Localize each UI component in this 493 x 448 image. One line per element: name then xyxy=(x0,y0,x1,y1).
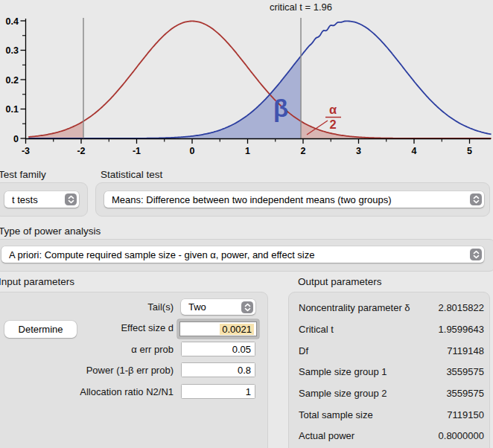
popup-stepper-icon xyxy=(470,249,482,260)
shaded-areas xyxy=(28,57,492,138)
test-family-label: Test family xyxy=(0,169,46,180)
input-value-tails: Two xyxy=(188,301,241,313)
input-label-allocation-ratio: Allocation ratio N2/N1 xyxy=(0,386,174,397)
output-value-total-sample-size: 7119150 xyxy=(447,409,484,420)
svg-text:-1: -1 xyxy=(133,146,141,156)
gpower-window: -3-2-101234500.10.20.30.4 critical t = 1… xyxy=(0,0,493,448)
input-select-tails[interactable]: Two xyxy=(181,299,255,315)
svg-text:-3: -3 xyxy=(22,146,30,156)
test-family-value: t tests xyxy=(12,194,65,205)
output-value-sample-size-group-2: 3559575 xyxy=(446,388,484,399)
svg-text:1: 1 xyxy=(245,146,250,156)
input-label-tails: Tail(s) xyxy=(0,301,174,313)
input-label-alpha-err-prob: α err prob xyxy=(0,344,174,355)
power-analysis-value: A priori: Compute required sample size -… xyxy=(9,249,470,260)
output-row-total-sample-size: Total sample size7119150 xyxy=(299,409,484,420)
output-label-total-sample-size: Total sample size xyxy=(299,409,373,420)
output-label-df: Df xyxy=(299,345,308,356)
output-label-noncentrality-parameter: Noncentrality parameter δ xyxy=(299,302,410,313)
output-label-sample-size-group-2: Sample size group 2 xyxy=(299,388,387,399)
svg-text:0.3: 0.3 xyxy=(6,45,19,56)
svg-text:0: 0 xyxy=(190,146,195,156)
input-field-power[interactable]: 0.8 xyxy=(181,362,255,377)
output-label-sample-size-group-1: Sample size group 1 xyxy=(299,366,387,377)
popup-stepper-icon xyxy=(470,193,482,205)
output-value-noncentrality-parameter: 2.8015822 xyxy=(439,302,484,313)
selected-text: 0.0021 xyxy=(220,324,254,335)
output-label-actual-power: Actual power xyxy=(299,430,354,441)
svg-text:0.4: 0.4 xyxy=(6,16,19,27)
output-value-df: 7119148 xyxy=(447,345,484,356)
svg-text:0.2: 0.2 xyxy=(6,75,19,86)
output-row-actual-power: Actual power0.8000000 xyxy=(299,430,484,441)
output-value-sample-size-group-1: 3559575 xyxy=(446,366,484,377)
alpha-label-numerator: α xyxy=(329,103,337,116)
input-field-alpha-err-prob[interactable]: 0.05 xyxy=(181,342,255,356)
input-label-power: Power (1-β err prob) xyxy=(0,365,174,376)
output-row-critical-t: Critical t1.9599643 xyxy=(299,324,484,335)
beta-area-label: β xyxy=(273,95,288,122)
input-parameters-label: Input parameters xyxy=(0,276,74,287)
power-analysis-select[interactable]: A priori: Compute required sample size -… xyxy=(1,246,484,263)
svg-text:5: 5 xyxy=(467,146,472,156)
plot-title: critical t = 1.96 xyxy=(270,1,332,13)
statistical-test-value: Means: Difference between two independen… xyxy=(112,194,470,205)
output-value-critical-t: 1.9599643 xyxy=(439,324,484,335)
test-family-select[interactable]: t tests xyxy=(4,191,79,208)
output-row-df: Df7119148 xyxy=(299,345,484,356)
popup-stepper-icon xyxy=(65,193,77,205)
alpha-label-denominator: 2 xyxy=(329,118,336,131)
statistical-test-label: Statistical test xyxy=(101,169,162,180)
output-row-noncentrality-parameter: Noncentrality parameter δ2.8015822 xyxy=(299,302,484,313)
output-value-actual-power: 0.8000000 xyxy=(439,430,484,441)
popup-stepper-icon xyxy=(241,301,253,313)
output-label-critical-t: Critical t xyxy=(299,324,334,335)
power-analysis-label: Type of power analysis xyxy=(0,225,101,237)
svg-text:0.1: 0.1 xyxy=(6,104,19,115)
input-field-allocation-ratio[interactable]: 1 xyxy=(181,384,255,399)
input-field-effect-size[interactable]: 0.0021 xyxy=(177,319,259,339)
output-parameters-label: Output parameters xyxy=(298,276,382,287)
distribution-plot: -3-2-101234500.10.20.30.4 critical t = 1… xyxy=(0,0,493,162)
output-row-sample-size-group-2: Sample size group 23559575 xyxy=(299,388,484,399)
svg-text:3: 3 xyxy=(356,146,361,156)
svg-text:0: 0 xyxy=(13,134,19,144)
output-row-sample-size-group-1: Sample size group 13559575 xyxy=(299,366,484,377)
statistical-test-select[interactable]: Means: Difference between two independen… xyxy=(104,191,484,208)
svg-text:-2: -2 xyxy=(77,146,85,156)
svg-text:4: 4 xyxy=(412,146,417,156)
input-label-effect-size: Effect size d xyxy=(0,322,174,333)
svg-text:2: 2 xyxy=(301,146,306,156)
